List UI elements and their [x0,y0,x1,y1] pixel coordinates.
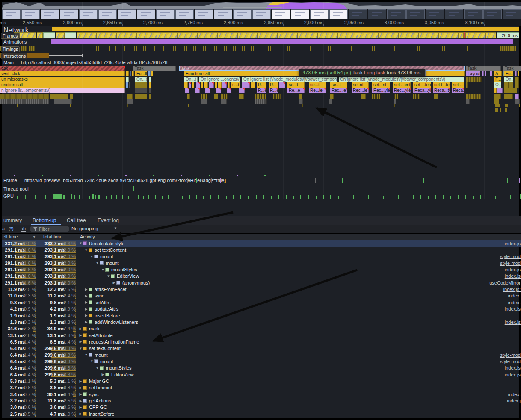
collapse-icon[interactable]: ▼ [84,248,89,252]
flame-bar[interactable] [184,82,188,88]
frame-block[interactable] [258,32,278,38]
filmstrip-thumbnail[interactable] [349,9,367,19]
filmstrip-thumbnail[interactable] [445,9,463,19]
filmstrip-thumbnail[interactable] [21,9,40,19]
filmstrip-thumbnail[interactable] [175,9,194,19]
frame-block[interactable] [77,32,97,38]
flame-bar[interactable] [394,94,399,99]
table-row[interactable]: 11.9 ms2.5 %12.3 ms2.6 %▶attrsFromFaceti… [2,286,521,292]
flame-bar[interactable] [201,99,207,104]
flame-bar[interactable] [255,94,266,99]
expand-icon[interactable]: ▶ [112,281,116,285]
flame-bar-ask[interactable]: ask [0,66,125,71]
regex-icon[interactable]: (*) [9,226,14,231]
frame-block[interactable] [465,32,485,38]
table-row[interactable]: 3.7 ms0.8 %3.8 ms0.8 %▶setTimeout [2,385,521,391]
source-link[interactable]: index.js [505,273,521,279]
frame-block[interactable] [338,32,358,38]
collapse-icon[interactable]: ▼ [95,366,100,370]
flame-bar[interactable] [302,104,303,107]
flame-bar[interactable] [148,71,151,76]
source-link[interactable]: style-mod [500,261,521,266]
collapse-icon[interactable]: ▼ [89,255,94,258]
flame-bar[interactable] [192,82,194,88]
flame-bar-set-tent[interactable]: set ...tent [413,82,431,88]
table-row[interactable]: 331.2 ms70.0 %333.7 ms70.6 %▼Recalculate… [2,240,521,247]
source-link[interactable]: index.j [507,398,521,403]
expand-icon[interactable]: ▶ [84,294,89,298]
flame-bar[interactable] [149,94,151,99]
flame-bar-r-[interactable]: R... [257,82,266,88]
filmstrip-thumbnail[interactable] [98,9,117,19]
time-ruler[interactable]: ms2,550 ms2,600 ms2,650 ms2,700 ms2,750 … [2,20,521,26]
collapse-icon[interactable]: ▼ [95,261,100,265]
flame-bar[interactable] [54,99,72,104]
source-link[interactable]: index. [508,392,521,397]
animations-bar[interactable] [51,39,513,44]
flame-bar[interactable] [273,94,281,99]
table-row[interactable]: 6.4 ms1.4 %299.6 ms63.3 %▶EditorViewinde… [2,371,521,378]
flame-bar[interactable] [497,88,503,93]
source-link[interactable]: index.js [505,365,521,370]
table-row[interactable]: 291.1 ms61.6 %293.1 ms62.0 %▶(anonymous)… [2,279,521,286]
flame-bar[interactable] [504,94,513,99]
flame-bar[interactable] [127,94,133,99]
flame-bar-o-[interactable]: O... [494,82,501,88]
filmstrip-thumbnail[interactable] [291,9,309,19]
flame-bar[interactable] [149,88,151,93]
frame-block[interactable] [197,32,217,38]
frame-track-title[interactable]: Frame — https://id-preview--bd53fd9d-728… [3,178,226,183]
flame-bar-on-ignore-onents-[interactable]: On ignore ...onents\/) [199,77,240,82]
thread-pool-title[interactable]: Thread pool [3,186,29,191]
flame-bar-vent-click[interactable]: vent: click [0,71,125,76]
flame-bar-task[interactable]: Task [503,66,521,71]
flame-bar-fu-ll[interactable]: Fu...ll [135,71,147,76]
grouping-dropdown[interactable]: No grouping [71,226,98,231]
flame-bar[interactable] [216,88,221,93]
idle-frame-block[interactable] [43,32,55,38]
flame-bar[interactable] [494,94,501,99]
table-row[interactable]: 6.5 ms1.4 %6.5 ms1.4 %▶requestAnimationF… [2,338,521,345]
filmstrip-thumbnail[interactable] [195,9,213,19]
frame-block[interactable] [37,32,43,38]
table-row[interactable]: 3.4 ms0.7 %30.1 ms6.4 %▶syncindex. [2,391,521,397]
flame-bar-reca-yle[interactable]: Reca...yle [452,88,464,93]
table-row[interactable]: 13.1 ms2.8 %13.1 ms2.8 %▶setAttribute [2,332,521,338]
flame-bar[interactable] [495,104,500,107]
frame-block[interactable] [137,32,157,38]
table-row[interactable]: 1.3 ms0.3 %1.3 ms0.3 %▶addWindowListener… [2,319,521,325]
filmstrip-thumbnail[interactable] [503,9,521,19]
flame-bar[interactable] [187,94,190,99]
flame-bar[interactable] [515,82,519,88]
tab-bottom-up[interactable]: Bottom-up [33,217,56,223]
expand-icon[interactable]: ▶ [84,300,89,304]
collapse-icon[interactable]: ▼ [89,359,94,363]
flame-bar[interactable] [204,82,208,88]
flame-bar[interactable] [185,88,189,93]
table-row[interactable]: 2.5 ms0.5 %4.7 ms1.0 %▶insertBefore [2,411,521,417]
source-link[interactable]: style-mod [500,352,521,358]
flame-bar[interactable] [515,99,520,104]
table-row[interactable]: 5.3 ms1.1 %5.3 ms1.1 %▶Major GC [2,378,521,384]
flame-bar[interactable] [434,94,438,99]
flame-bar-fu-ll[interactable]: Fu...ll [504,71,513,76]
flame-bar[interactable] [188,104,189,107]
source-link[interactable]: index.js [505,241,521,246]
frame-block[interactable] [56,32,65,38]
flame-bar[interactable] [466,99,470,104]
expand-icon[interactable]: ▶ [84,288,89,291]
flame-bar[interactable] [515,77,519,82]
flame-bar[interactable] [255,99,267,104]
frame-block[interactable] [438,32,459,38]
filmstrip-thumbnail[interactable] [368,9,386,19]
flame-bar[interactable] [466,94,481,99]
table-row[interactable]: 6.4 ms1.4 %299.6 ms63.3 %▼mountstyle-mod [2,358,521,364]
flame-bar[interactable] [329,99,332,104]
flame-bar-set-t-tent[interactable]: set t...tent [433,82,450,88]
source-link[interactable]: index.js: [503,287,521,292]
flame-bar[interactable] [495,108,498,112]
table-row[interactable]: 6.4 ms1.4 %299.6 ms63.3 %▼mountstyle-mod [2,352,521,358]
table-row[interactable]: 6.4 ms1.4 %299.6 ms63.3 %▼set textConten… [2,345,521,352]
filmstrip-thumbnail[interactable] [310,9,329,19]
tab-event-log[interactable]: Event log [98,217,119,223]
